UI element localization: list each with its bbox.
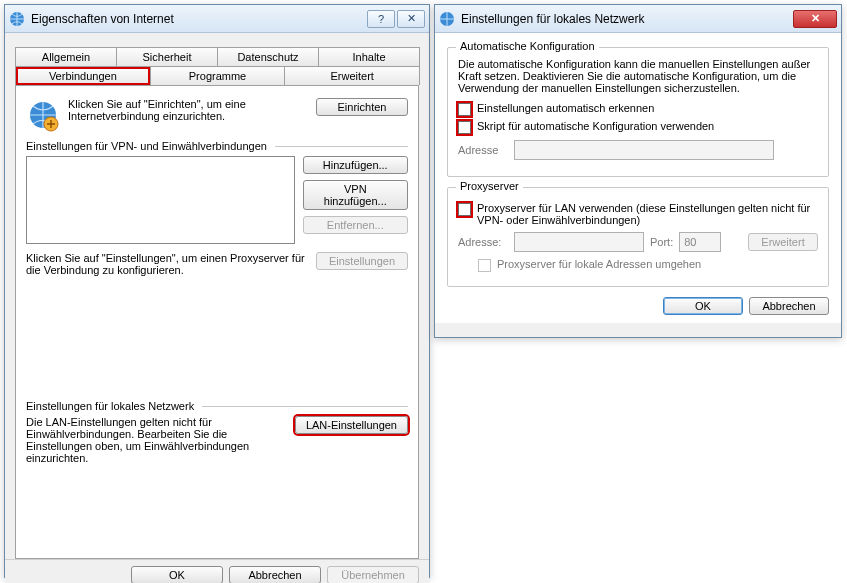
ok-button[interactable]: OK bbox=[663, 297, 743, 315]
add-vpn-button[interactable]: VPN hinzufügen... bbox=[303, 180, 408, 210]
tab-verbindungen[interactable]: Verbindungen bbox=[15, 66, 151, 85]
setup-text: Klicken Sie auf "Einrichten", um eine In… bbox=[68, 98, 308, 122]
use-proxy-checkbox[interactable] bbox=[458, 203, 471, 216]
apply-button: Übernehmen bbox=[327, 566, 419, 583]
auto-detect-label: Einstellungen automatisch erkennen bbox=[477, 102, 654, 114]
group-title: Automatische Konfiguration bbox=[456, 40, 599, 52]
tab-programme[interactable]: Programme bbox=[150, 66, 286, 85]
auto-script-label: Skript für automatische Konfiguration ve… bbox=[477, 120, 714, 132]
dialog-footer: OK Abbrechen bbox=[447, 297, 829, 315]
proxy-address-label: Adresse: bbox=[458, 236, 508, 248]
add-button[interactable]: Hinzufügen... bbox=[303, 156, 408, 174]
use-proxy-label: Proxyserver für LAN verwenden (diese Ein… bbox=[477, 202, 818, 226]
proxy-group: Proxyserver Proxyserver für LAN verwende… bbox=[447, 187, 829, 287]
globe-icon bbox=[9, 11, 25, 27]
auto-config-desc: Die automatische Konfiguration kann die … bbox=[458, 58, 818, 94]
lan-section-label: Einstellungen für lokales Netzwerk bbox=[26, 400, 408, 412]
remove-button: Entfernen... bbox=[303, 216, 408, 234]
tab-panel-verbindungen: Klicken Sie auf "Einrichten", um eine In… bbox=[15, 85, 419, 559]
tab-strip: Allgemein Sicherheit Datenschutz Inhalte… bbox=[15, 47, 419, 85]
auto-address-label: Adresse bbox=[458, 144, 508, 156]
proxy-port-input bbox=[679, 232, 721, 252]
dialog-title: Eigenschaften von Internet bbox=[31, 12, 367, 26]
cancel-button[interactable]: Abbrechen bbox=[749, 297, 829, 315]
proxy-advanced-button: Erweitert bbox=[748, 233, 818, 251]
ok-button[interactable]: OK bbox=[131, 566, 223, 583]
proxy-port-label: Port: bbox=[650, 236, 673, 248]
titlebar: Eigenschaften von Internet ? ✕ bbox=[5, 5, 429, 33]
auto-address-input bbox=[514, 140, 774, 160]
vpn-hint: Klicken Sie auf "Einstellungen", um eine… bbox=[26, 252, 308, 276]
auto-script-checkbox[interactable] bbox=[458, 121, 471, 134]
bypass-local-label: Proxyserver für lokale Adressen umgehen bbox=[497, 258, 701, 270]
cancel-button[interactable]: Abbrechen bbox=[229, 566, 321, 583]
bypass-local-checkbox bbox=[478, 259, 491, 272]
tab-datenschutz[interactable]: Datenschutz bbox=[217, 47, 319, 66]
tab-inhalte[interactable]: Inhalte bbox=[318, 47, 420, 66]
tab-allgemein[interactable]: Allgemein bbox=[15, 47, 117, 66]
close-button[interactable]: ✕ bbox=[397, 10, 425, 28]
lan-settings-dialog: Einstellungen für lokales Netzwerk ✕ Aut… bbox=[434, 4, 842, 338]
vpn-section-label: Einstellungen für VPN- und Einwählverbin… bbox=[26, 140, 408, 152]
internet-options-dialog: Eigenschaften von Internet ? ✕ Allgemein… bbox=[4, 4, 430, 578]
lan-settings-button[interactable]: LAN-Einstellungen bbox=[295, 416, 408, 434]
globe-icon bbox=[439, 11, 455, 27]
close-button[interactable]: ✕ bbox=[793, 10, 837, 28]
auto-config-group: Automatische Konfiguration Die automatis… bbox=[447, 47, 829, 177]
dialog-title: Einstellungen für lokales Netzwerk bbox=[461, 12, 793, 26]
vpn-connections-listbox[interactable] bbox=[26, 156, 295, 244]
tab-sicherheit[interactable]: Sicherheit bbox=[116, 47, 218, 66]
globe-icon bbox=[26, 98, 60, 132]
auto-detect-checkbox[interactable] bbox=[458, 103, 471, 116]
titlebar: Einstellungen für lokales Netzwerk ✕ bbox=[435, 5, 841, 33]
proxy-address-input bbox=[514, 232, 644, 252]
dialog-footer: OK Abbrechen Übernehmen bbox=[5, 559, 429, 583]
tab-erweitert[interactable]: Erweitert bbox=[284, 66, 420, 85]
setup-button[interactable]: Einrichten bbox=[316, 98, 408, 116]
group-title: Proxyserver bbox=[456, 180, 523, 192]
connection-settings-button: Einstellungen bbox=[316, 252, 408, 270]
lan-hint: Die LAN-Einstellungen gelten nicht für E… bbox=[26, 416, 287, 464]
help-button[interactable]: ? bbox=[367, 10, 395, 28]
